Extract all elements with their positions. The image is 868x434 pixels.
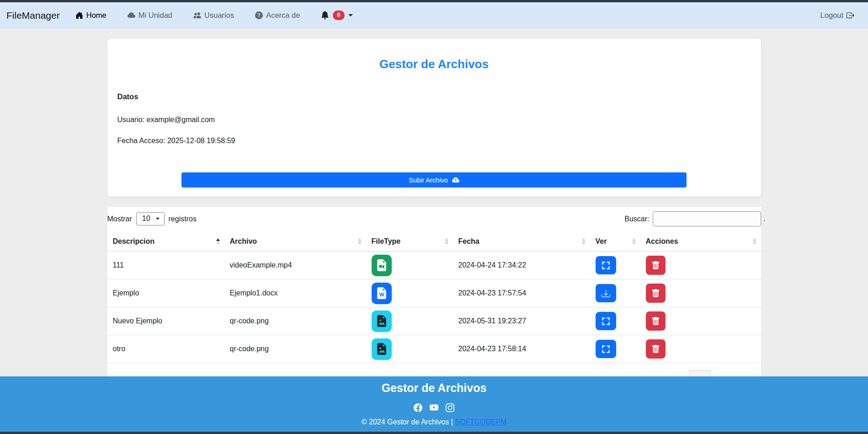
expand-icon xyxy=(602,317,610,326)
delete-file-button[interactable] xyxy=(646,339,666,359)
cloud-upload-icon xyxy=(452,177,459,184)
softcodepm-link[interactable]: SOFTCODEPM xyxy=(455,418,506,426)
nav-item-label: Home xyxy=(86,11,107,20)
cloud-icon xyxy=(128,11,135,19)
nav-item-usuarios[interactable]: Usuarios xyxy=(193,11,234,20)
row-archivo: Ejemplo1.docx xyxy=(224,279,366,307)
file-image-icon xyxy=(376,315,388,327)
column-header-fecha[interactable]: Fecha xyxy=(453,232,590,252)
user-info-card: Gestor de Archivos Datos Usuario: exampl… xyxy=(107,39,761,197)
table-row: 111 videoExample.mp4 W 2024 xyxy=(107,252,761,279)
table-row: otro qr-code.png W 2024-04- xyxy=(107,335,761,363)
sort-icon xyxy=(632,238,636,245)
trash-icon xyxy=(651,345,660,354)
buscar-label: Buscar: xyxy=(624,215,649,223)
file-video-icon xyxy=(376,259,388,271)
upload-file-button[interactable]: Subir Archivo xyxy=(181,172,687,188)
home-icon xyxy=(75,11,83,19)
notifications-dropdown[interactable]: 0 xyxy=(321,11,352,20)
table-footer: Mostrando página 1 de 1 Anterior 1 Sigui… xyxy=(107,363,761,376)
row-descripcion: Ejemplo xyxy=(107,279,224,307)
file-word-icon: W xyxy=(376,287,388,299)
page-status: Mostrando página 1 de 1 xyxy=(108,376,189,377)
table-row: Ejemplo Ejemplo1.docx W 202 xyxy=(107,279,761,307)
column-header-acciones[interactable]: Acciones xyxy=(640,232,761,252)
page-size-select[interactable]: 10 xyxy=(136,212,165,225)
trash-icon xyxy=(651,261,660,270)
pagination: Anterior 1 Siguiente xyxy=(645,370,760,376)
row-archivo: qr-code.png xyxy=(224,335,366,363)
previous-page-button[interactable]: Anterior xyxy=(645,376,690,377)
file-image-icon xyxy=(376,343,388,355)
search-controls: Buscar: xyxy=(624,211,761,226)
facebook-icon[interactable] xyxy=(414,403,422,412)
sort-icon xyxy=(445,238,448,245)
users-icon xyxy=(193,11,201,19)
nav-item-label: Acerca de xyxy=(266,11,300,20)
row-archivo: videoExample.mp4 xyxy=(224,252,366,279)
next-page-button[interactable]: Siguiente xyxy=(710,376,760,377)
row-descripcion: Nuevo Ejemplo xyxy=(107,307,224,335)
current-page-button[interactable]: 1 xyxy=(690,370,710,376)
view-file-button[interactable] xyxy=(596,284,616,302)
filetype-badge: W xyxy=(372,283,392,304)
row-fecha: 2024-05-31 19:23:27 xyxy=(453,307,590,335)
stray-dot-text: . xyxy=(764,215,766,222)
upload-button-label: Subir Archivo xyxy=(409,177,447,184)
delete-file-button[interactable] xyxy=(646,284,666,303)
row-fecha: 2024-04-23 17:58:14 xyxy=(453,335,590,363)
table-controls: Mostrar 10 registros Buscar: . xyxy=(107,207,761,232)
logout-icon xyxy=(847,11,854,19)
row-descripcion: 111 xyxy=(107,252,224,279)
logout-button[interactable]: Logout xyxy=(820,11,854,20)
column-header-filetype[interactable]: FileType xyxy=(366,232,453,252)
chevron-down-icon xyxy=(156,218,160,220)
trash-icon xyxy=(651,317,660,326)
brand[interactable]: FileManager xyxy=(6,10,60,21)
question-circle-icon xyxy=(255,11,263,19)
nav-item-home[interactable]: Home xyxy=(75,11,107,20)
search-input[interactable] xyxy=(653,211,761,226)
column-header-archivo[interactable]: Archivo xyxy=(224,232,366,252)
files-table: Descripcion Archivo FileType Fecha Ver A… xyxy=(107,232,761,363)
sort-icon xyxy=(582,238,586,245)
sort-icon xyxy=(753,238,756,245)
nav-item-mi-unidad[interactable]: Mi Unidad xyxy=(128,11,172,20)
view-file-button[interactable] xyxy=(596,340,616,358)
row-fecha: 2024-04-23 17:57:54 xyxy=(453,279,590,307)
logout-label: Logout xyxy=(820,11,843,20)
bell-icon xyxy=(321,11,329,19)
registros-label: registros xyxy=(169,215,197,223)
youtube-icon[interactable] xyxy=(430,403,438,412)
social-links xyxy=(0,403,868,412)
datos-heading: Datos xyxy=(117,92,751,101)
usuario-line: Usuario: example@gmail.com xyxy=(117,116,751,124)
nav-items: Home Mi Unidad Usuarios Acerca de xyxy=(75,11,300,20)
column-header-descripcion[interactable]: Descripcion xyxy=(107,232,224,252)
files-table-panel: Mostrar 10 registros Buscar: . Descripci… xyxy=(107,207,761,376)
expand-icon xyxy=(602,345,610,354)
footer-title: Gestor de Archivos xyxy=(0,381,868,395)
expand-icon xyxy=(602,261,610,270)
table-row: Nuevo Ejemplo qr-code.png W xyxy=(107,307,761,335)
instagram-icon[interactable] xyxy=(446,403,454,412)
nav-item-acerca-de[interactable]: Acerca de xyxy=(255,11,300,20)
copyright-text: © 2024 Gestor de Archivos | xyxy=(362,418,455,426)
delete-file-button[interactable] xyxy=(646,311,666,331)
page-size-value: 10 xyxy=(142,214,150,223)
svg-text:W: W xyxy=(379,292,384,297)
column-header-ver[interactable]: Ver xyxy=(590,232,640,252)
delete-file-button[interactable] xyxy=(646,256,666,275)
view-file-button[interactable] xyxy=(596,256,616,274)
view-file-button[interactable] xyxy=(596,312,616,330)
nav-item-label: Usuarios xyxy=(204,11,234,20)
nav-item-label: Mi Unidad xyxy=(138,11,172,20)
window-bottom-edge xyxy=(0,432,868,434)
chevron-down-icon xyxy=(348,14,353,16)
filetype-badge: W xyxy=(372,338,392,360)
notification-count-badge: 0 xyxy=(333,11,344,20)
page-size-controls: Mostrar 10 registros xyxy=(107,212,197,225)
mostrar-label: Mostrar xyxy=(107,215,132,223)
filetype-badge: W xyxy=(372,311,392,332)
main-content: Gestor de Archivos Datos Usuario: exampl… xyxy=(0,28,868,376)
